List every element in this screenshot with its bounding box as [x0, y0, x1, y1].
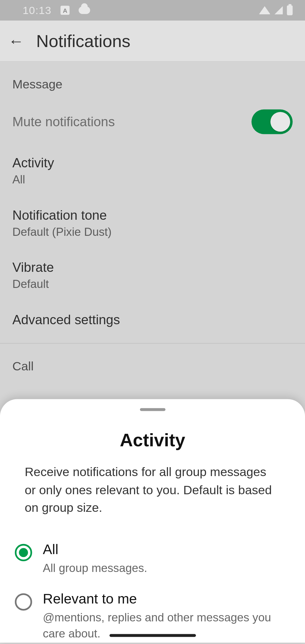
clock: 10:13 — [23, 4, 52, 17]
activity-label: Activity — [12, 155, 54, 171]
status-bar: 10:13 A — [0, 0, 305, 21]
row-vibrate[interactable]: Vibrate Default — [0, 249, 305, 302]
tone-label: Notification tone — [12, 208, 111, 223]
sheet-description: Receive notifications for all group mess… — [0, 450, 305, 517]
row-mute-notifications[interactable]: Mute notifications — [0, 99, 305, 145]
battery-icon — [287, 5, 292, 15]
section-header-message: Message — [0, 62, 305, 99]
back-arrow-icon[interactable]: ← — [8, 33, 24, 49]
signal-icon — [275, 6, 283, 15]
cloud-icon — [79, 7, 90, 14]
row-notification-tone[interactable]: Notification tone Default (Pixie Dust) — [0, 197, 305, 250]
vibrate-value: Default — [12, 278, 54, 291]
mute-toggle[interactable] — [251, 110, 292, 134]
option-all[interactable]: All All group messages. — [15, 534, 290, 583]
sheet-title: Activity — [0, 430, 305, 450]
activity-bottom-sheet: Activity Receive notifications for all g… — [0, 399, 305, 643]
activity-value: All — [12, 173, 54, 186]
option-all-title: All — [43, 541, 147, 557]
drag-handle-icon[interactable] — [140, 408, 165, 411]
advanced-label: Advanced settings — [12, 312, 120, 328]
vibrate-label: Vibrate — [12, 260, 54, 275]
row-activity[interactable]: Activity All — [0, 145, 305, 197]
option-all-sub: All group messages. — [43, 560, 147, 576]
notification-indicator-icon: A — [60, 6, 69, 15]
section-header-call: Call — [0, 344, 305, 381]
tone-value: Default (Pixie Dust) — [12, 225, 111, 238]
wifi-icon — [259, 6, 270, 15]
app-bar: ← Notifications — [0, 21, 305, 62]
radio-unchecked-icon[interactable] — [15, 593, 32, 610]
home-indicator-icon[interactable] — [109, 634, 196, 637]
mute-label: Mute notifications — [12, 114, 115, 129]
page-title: Notifications — [36, 31, 130, 51]
row-advanced-settings[interactable]: Advanced settings — [0, 302, 305, 338]
radio-checked-icon[interactable] — [15, 544, 32, 561]
toggle-thumb — [270, 112, 290, 132]
option-relevant-title: Relevant to me — [43, 591, 290, 607]
